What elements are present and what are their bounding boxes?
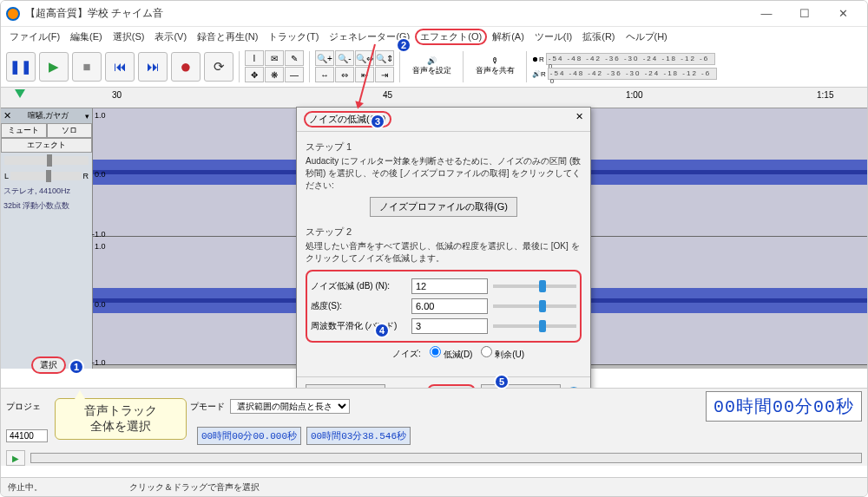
skip-end-button[interactable]: ⏭	[138, 52, 168, 82]
envelope-tool-icon[interactable]: ✉	[265, 50, 284, 66]
play-button[interactable]: ▶	[39, 52, 69, 82]
badge-3: 3	[370, 114, 385, 129]
timeline-ruler[interactable]: 30 45 1:00 1:15	[1, 88, 867, 108]
get-noise-profile-button[interactable]: ノイズプロファイルの取得(G)	[370, 197, 517, 217]
mic-icon: 🎙	[491, 56, 499, 65]
sensitivity-input[interactable]	[411, 298, 488, 314]
menu-view[interactable]: 表示(V)	[149, 29, 192, 45]
amp-m1b: -1.0	[92, 358, 106, 367]
menu-extra[interactable]: 拡張(R)	[577, 29, 620, 45]
multi-tool-icon[interactable]: ❋	[265, 67, 284, 82]
menu-record[interactable]: 録音と再生(N)	[192, 29, 263, 45]
minimize-button[interactable]: —	[747, 1, 786, 27]
menu-help[interactable]: ヘルプ(H)	[621, 29, 673, 45]
badge-1: 1	[69, 359, 84, 375]
speaker-icon: 🔊	[427, 56, 437, 65]
selection-start-time[interactable]: 00時間00分00.000秒	[197, 427, 301, 445]
amp-1: 1.0	[95, 111, 106, 120]
zoom-tools: 🔍+ 🔍- 🔍⇔ 🔍⇕ ↔ ⇔ ⇤ ⇥	[315, 50, 394, 82]
audio-share[interactable]: 🎙 音声を共有	[469, 56, 521, 76]
step1-label: ステップ 1	[306, 141, 582, 154]
record-button[interactable]: ●	[171, 52, 201, 82]
snap-select[interactable]: 選択範囲の開始点と長さ	[230, 399, 350, 414]
mini-play-icon[interactable]: ▶	[6, 450, 25, 466]
status-bar: 停止中。 クリック＆ドラッグで音声を選択	[1, 477, 867, 496]
noise-reduction-dialog: ノイズの低減(&N) ✕ ステップ 1 Audacity にフィルター対象を判断…	[296, 107, 591, 412]
step1-desc: Audacity にフィルター対象を判断させるために、ノイズのみの区間 (数秒間…	[306, 155, 582, 192]
pan-slider[interactable]	[10, 172, 81, 180]
close-button[interactable]: ✕	[824, 1, 862, 27]
menu-tool[interactable]: ツール(I)	[529, 29, 577, 45]
track-panel: ✕喧騒,ガヤガ▾ ミュート ソロ エフェクト LR ステレオ, 44100Hz …	[1, 108, 93, 369]
noise-db-input[interactable]	[411, 278, 488, 294]
amp-m1: -1.0	[92, 230, 106, 239]
zoom-in-icon[interactable]: 🔍+	[315, 50, 334, 66]
maximize-button[interactable]: ☐	[786, 1, 824, 27]
reduce-radio[interactable]: 低減(D)	[430, 346, 473, 361]
move-tool-icon[interactable]: ✥	[245, 67, 264, 82]
step2-desc: 処理したい音声をすべて選択し、低減の程度を選択し、最後に [OK] をクリックし…	[306, 240, 582, 265]
audio-setup-label: 音声を設定	[412, 65, 451, 76]
tick-30: 30	[112, 90, 122, 100]
menu-file[interactable]: ファイル(F)	[4, 29, 65, 45]
menu-track[interactable]: トラック(T)	[263, 29, 324, 45]
skip-start-button[interactable]: ⏮	[105, 52, 135, 82]
blank-tool-icon[interactable]: —	[285, 67, 304, 82]
menu-analyze[interactable]: 解析(A)	[487, 29, 529, 45]
gain-slider[interactable]	[4, 156, 89, 165]
stop-button[interactable]: ■	[72, 52, 102, 82]
residue-radio[interactable]: 剰余(U)	[481, 346, 524, 361]
badge-4: 4	[374, 323, 390, 338]
tick-115: 1:15	[817, 90, 833, 100]
menu-select[interactable]: 選択(S)	[108, 29, 150, 45]
badge-5: 5	[494, 374, 510, 389]
silence-icon[interactable]: ⇥	[375, 67, 394, 82]
status-right: クリック＆ドラッグで音声を選択	[129, 481, 260, 494]
title-bar: 【超高音質】学校 チャイム音 — ☐ ✕	[1, 1, 867, 27]
noise-db-label: ノイズ低減 (dB) (N):	[311, 280, 406, 292]
smoothing-slider[interactable]	[493, 324, 576, 328]
audio-setup[interactable]: 🔊 音声を設定	[405, 56, 457, 76]
zoom-tool5-icon[interactable]: ↔	[315, 67, 334, 82]
menu-edit[interactable]: 編集(E)	[65, 29, 108, 45]
badge-2: 2	[396, 37, 411, 53]
app-logo-icon	[6, 7, 20, 21]
zoom-fit-icon[interactable]: 🔍⇕	[375, 50, 394, 66]
zoom-tool6-icon[interactable]: ⇔	[335, 67, 354, 82]
zoom-out-icon[interactable]: 🔍-	[335, 50, 354, 66]
selection-tool-icon[interactable]: I	[245, 50, 264, 66]
scrub-bar[interactable]	[30, 453, 862, 463]
menu-effect[interactable]: エフェクト(O)	[415, 29, 487, 45]
status-left: 停止中。	[8, 481, 43, 494]
sample-rate-input[interactable]	[6, 429, 48, 442]
tick-100: 1:00	[626, 90, 642, 100]
record-meter[interactable]: -54 -48 -42 -36 -30 -24 -18 -12 -6 0	[546, 53, 715, 65]
big-time-display[interactable]: 00時間00分00秒	[706, 391, 862, 422]
sensitivity-label: 感度(S):	[311, 300, 406, 312]
audio-share-label: 音声を共有	[476, 65, 515, 76]
mute-button[interactable]: ミュート	[1, 123, 47, 138]
step2-label: ステップ 2	[306, 226, 582, 239]
sensitivity-slider[interactable]	[493, 304, 576, 308]
loop-button[interactable]: ⟳	[204, 52, 233, 82]
noise-db-slider[interactable]	[493, 284, 576, 288]
edit-tools: I ✉ ✎ ✥ ❋ —	[245, 50, 304, 82]
project-label: プロジェ	[6, 401, 41, 413]
selection-length-time[interactable]: 00時間03分38.546秒	[306, 427, 411, 445]
dialog-close-button[interactable]: ✕	[575, 111, 583, 128]
play-meter[interactable]: -54 -48 -42 -36 -30 -24 -18 -12 -6 0	[548, 68, 717, 80]
amp-0b: 0.0	[95, 300, 106, 309]
callout-select-all: 音声トラック全体を選択	[55, 398, 187, 440]
track-info-1: ステレオ, 44100Hz	[1, 184, 92, 199]
draw-tool-icon[interactable]: ✎	[285, 50, 304, 66]
playhead-icon[interactable]	[15, 89, 25, 98]
pause-button[interactable]: ❚❚	[6, 52, 36, 82]
smoothing-input[interactable]	[411, 318, 488, 334]
tick-45: 45	[383, 90, 392, 100]
select-track-button[interactable]: 選択	[31, 356, 66, 374]
solo-button[interactable]: ソロ	[47, 123, 93, 138]
toolbar: ❚❚ ▶ ■ ⏮ ⏭ ● ⟳ I ✉ ✎ ✥ ❋ — 🔍+ 🔍- 🔍⇔ 🔍⇕ ↔…	[1, 46, 867, 88]
effect-button[interactable]: エフェクト	[1, 138, 92, 153]
track-name[interactable]: ✕喧騒,ガヤガ▾	[1, 108, 92, 123]
amp-0: 0.0	[95, 170, 106, 179]
